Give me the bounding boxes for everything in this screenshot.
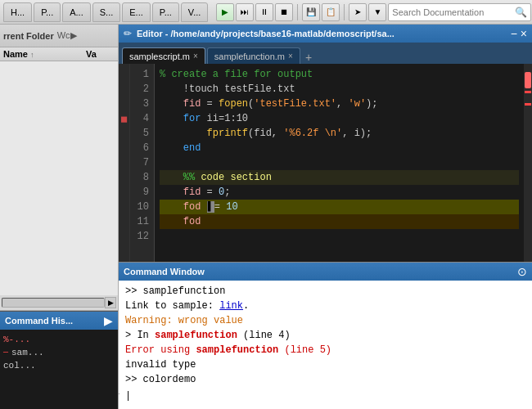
editor-scrollbar[interactable] xyxy=(524,64,532,262)
bp-3 xyxy=(120,97,128,111)
main-layout: rrent Folder Wc▶ Name ↑ Va ▶ Command His… xyxy=(0,25,532,409)
bp-4[interactable]: ◼ xyxy=(120,111,128,126)
line-numbers: 1 2 3 4 5 6 7 8 9 10 11 12 xyxy=(130,64,155,262)
tab-a[interactable]: A... xyxy=(62,2,91,22)
breakpoint-gutter: ◼ xyxy=(119,64,130,262)
fx-label: fx xyxy=(119,389,119,403)
code-line-1: % create a file for output xyxy=(160,67,519,82)
tab-label: samplefunction.m xyxy=(214,52,285,61)
step-button[interactable]: ⏭ xyxy=(236,3,254,21)
line-num: 6 xyxy=(135,141,149,155)
editor-close-btn[interactable]: × xyxy=(521,27,527,40)
stop-button[interactable]: ⏹ xyxy=(275,3,293,21)
tab-p[interactable]: P... xyxy=(34,2,61,22)
cmd-history-header: Command His... ▶ xyxy=(0,312,118,330)
cmd-error-func[interactable]: samplefunction xyxy=(196,344,278,356)
code-line-8: %% code section xyxy=(160,170,519,185)
tab-v[interactable]: V... xyxy=(181,2,209,22)
code-line-11: fod xyxy=(160,214,519,229)
search-input[interactable] xyxy=(392,7,515,17)
cmd-history-expand[interactable]: ▶ xyxy=(104,314,113,327)
editor-minimize-btn[interactable]: − xyxy=(511,27,517,40)
toolbar: H... P... A... S... E... P... V... ▶ ⏭ ⏸… xyxy=(0,0,532,25)
code-line-3: fid = fopen('testFile.txt', 'w'); xyxy=(160,97,519,111)
scrollbar-thumb[interactable] xyxy=(525,72,531,88)
filter-button[interactable]: ▼ xyxy=(368,3,386,21)
tab-h[interactable]: H... xyxy=(3,2,32,22)
tab-close-icon[interactable]: × xyxy=(193,52,198,61)
cmd-history-content: %-... — sam... col... xyxy=(0,330,118,375)
run-button[interactable]: ▶ xyxy=(216,3,234,21)
editor-tab-samplefunction[interactable]: samplefunction.m × xyxy=(207,47,300,64)
line-num: 9 xyxy=(135,185,149,200)
code-line-2: !touch testFile.txt xyxy=(160,82,519,97)
editor-pen-icon: ✏ xyxy=(124,28,132,39)
arrow-button[interactable]: ➤ xyxy=(349,3,367,21)
editor-title-group: ✏ Editor - /home/andy/projects/base16-ma… xyxy=(124,28,394,39)
pause-button[interactable]: ⏸ xyxy=(255,3,273,21)
editor-titlebar: ✏ Editor - /home/andy/projects/base16-ma… xyxy=(119,25,532,43)
tab-e[interactable]: E... xyxy=(122,2,151,22)
toolbar-tabs: H... P... A... S... E... P... V... xyxy=(3,2,208,22)
scroll-right-btn[interactable]: ▶ xyxy=(105,297,116,308)
line-num: 5 xyxy=(135,126,149,141)
line-num: 12 xyxy=(135,229,149,244)
bp-10 xyxy=(120,200,128,214)
cmd-window-expand[interactable]: ⊙ xyxy=(517,265,527,278)
cmd-history-title: Command His... xyxy=(5,316,73,326)
cmd-line-error: Error using samplefunction (line 5) xyxy=(125,343,525,357)
right-panel: ✏ Editor - /home/andy/projects/base16-ma… xyxy=(119,25,532,409)
bp-5 xyxy=(120,126,128,141)
line-num: 2 xyxy=(135,82,149,97)
code-line-12 xyxy=(160,229,519,244)
toolbar-sep-3 xyxy=(344,4,345,20)
line-num: 8 xyxy=(135,170,149,185)
code-area[interactable]: % create a file for output !touch testFi… xyxy=(155,64,524,262)
cmd-history-panel: Command His... ▶ %-... — sam... col... xyxy=(0,311,118,409)
save2-button[interactable]: 📋 xyxy=(322,3,340,21)
editor-title-buttons: − × xyxy=(511,27,527,40)
col-value: Va xyxy=(86,49,115,59)
cmd-line-colordemo: >> colordemo xyxy=(125,372,525,387)
col-name: Name ↑ xyxy=(3,49,86,59)
editor-tab-samplescript[interactable]: samplescript.m × xyxy=(122,47,205,64)
scrollbar-marker-1 xyxy=(525,91,531,93)
cmd-hist-item: %-... xyxy=(3,333,115,346)
line-num: 3 xyxy=(135,97,149,111)
editor-content: ◼ 1 2 3 4 5 6 7 xyxy=(119,64,532,262)
sidebar-scrollbar[interactable] xyxy=(2,298,105,308)
code-line-6: end xyxy=(160,141,519,155)
tab-p2[interactable]: P... xyxy=(152,2,179,22)
search-icon[interactable]: 🔍 xyxy=(515,7,527,18)
code-line-5: fprintf(fid, '%6.2f \n', i); xyxy=(160,126,519,141)
cmd-link[interactable]: link xyxy=(219,300,243,312)
search-box[interactable]: 🔍 xyxy=(388,3,531,21)
cmd-line-warning: Warning: wrong value xyxy=(125,313,525,328)
tab-s[interactable]: S... xyxy=(92,2,121,22)
sort-arrow[interactable]: ↑ xyxy=(30,51,34,59)
editor-tabs: samplescript.m × samplefunction.m × + xyxy=(119,43,532,64)
add-tab-button[interactable]: + xyxy=(302,51,315,64)
bp-1 xyxy=(120,67,128,82)
cmd-window-header: Command Window ⊙ xyxy=(119,263,532,281)
save-button[interactable]: 💾 xyxy=(302,3,320,21)
bp-6 xyxy=(120,141,128,155)
file-table: Name ↑ Va xyxy=(0,47,118,295)
line-num: 10 xyxy=(135,200,149,214)
cmd-hist-item: col... xyxy=(3,359,115,372)
scroll-top xyxy=(524,64,532,70)
tab-close-icon[interactable]: × xyxy=(288,52,293,61)
cmd-line-4: > In samplefunction (line 4) xyxy=(125,328,525,343)
tab-label: samplescript.m xyxy=(129,52,190,61)
code-line-9: fid = 0; xyxy=(160,185,519,200)
sidebar-header: rrent Folder Wc▶ xyxy=(0,25,118,47)
editor-title: Editor - /home/andy/projects/base16-matl… xyxy=(137,29,394,38)
line-num: 7 xyxy=(135,155,149,170)
code-line-7 xyxy=(160,155,519,170)
cmd-func-link[interactable]: samplefunction xyxy=(155,330,237,341)
toolbar-actions: ▶ ⏭ ⏸ ⏹ 💾 📋 ➤ ▼ xyxy=(216,3,386,21)
file-table-header: Name ↑ Va xyxy=(0,47,118,61)
cmd-window-title: Command Window xyxy=(124,267,205,276)
cmd-window-content[interactable]: >> samplefunction Link to sample: link. … xyxy=(119,281,532,409)
cmd-line-1: >> samplefunction xyxy=(125,284,525,299)
